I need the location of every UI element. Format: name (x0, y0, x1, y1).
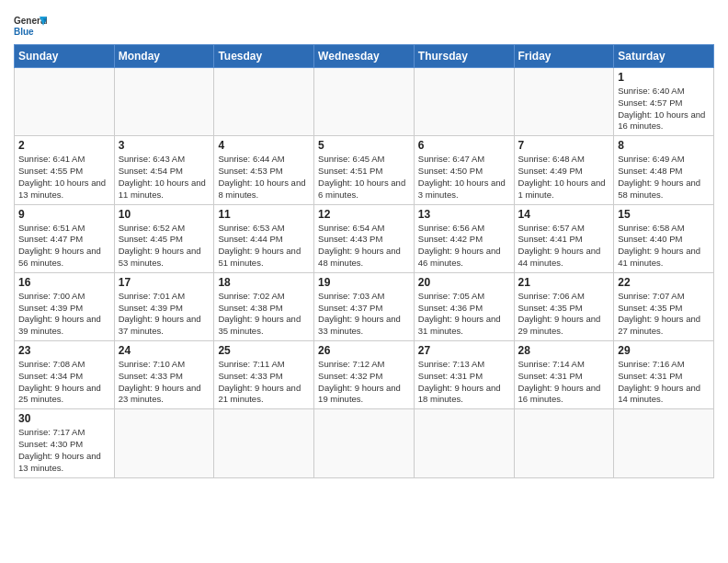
day-number: 9 (18, 208, 110, 221)
calendar-cell: 14Sunrise: 6:57 AM Sunset: 4:41 PM Dayli… (514, 204, 614, 272)
calendar-cell: 26Sunrise: 7:12 AM Sunset: 4:32 PM Dayli… (314, 341, 415, 409)
day-info: Sunrise: 6:53 AM Sunset: 4:44 PM Dayligh… (218, 223, 310, 270)
generalblue-logo-icon: General Blue (14, 13, 47, 39)
calendar-cell: 28Sunrise: 7:14 AM Sunset: 4:31 PM Dayli… (514, 341, 614, 409)
calendar-week-row: 30Sunrise: 7:17 AM Sunset: 4:30 PM Dayli… (15, 409, 714, 477)
calendar-cell: 6Sunrise: 6:47 AM Sunset: 4:50 PM Daylig… (414, 136, 514, 204)
day-info: Sunrise: 7:00 AM Sunset: 4:39 PM Dayligh… (18, 291, 110, 338)
calendar-cell: 16Sunrise: 7:00 AM Sunset: 4:39 PM Dayli… (15, 272, 115, 340)
day-number: 24 (119, 344, 210, 357)
calendar-cell (314, 68, 415, 136)
calendar-cell: 19Sunrise: 7:03 AM Sunset: 4:37 PM Dayli… (314, 272, 415, 340)
day-number: 2 (18, 139, 110, 152)
day-number: 27 (418, 344, 510, 357)
calendar-week-row: 2Sunrise: 6:41 AM Sunset: 4:55 PM Daylig… (15, 136, 714, 204)
calendar-cell: 24Sunrise: 7:10 AM Sunset: 4:33 PM Dayli… (114, 341, 214, 409)
day-info: Sunrise: 7:17 AM Sunset: 4:30 PM Dayligh… (18, 427, 110, 474)
weekday-header-row: SundayMondayTuesdayWednesdayThursdayFrid… (15, 45, 714, 68)
day-number: 15 (618, 208, 710, 221)
day-info: Sunrise: 7:01 AM Sunset: 4:39 PM Dayligh… (119, 291, 210, 338)
calendar-week-row: 23Sunrise: 7:08 AM Sunset: 4:34 PM Dayli… (15, 341, 714, 409)
calendar-cell: 12Sunrise: 6:54 AM Sunset: 4:43 PM Dayli… (314, 204, 415, 272)
calendar-cell: 10Sunrise: 6:52 AM Sunset: 4:45 PM Dayli… (114, 204, 214, 272)
calendar-week-row: 9Sunrise: 6:51 AM Sunset: 4:47 PM Daylig… (15, 204, 714, 272)
calendar-cell: 8Sunrise: 6:49 AM Sunset: 4:48 PM Daylig… (614, 136, 714, 204)
day-number: 20 (418, 276, 510, 289)
day-info: Sunrise: 7:02 AM Sunset: 4:38 PM Dayligh… (218, 291, 310, 338)
day-info: Sunrise: 6:48 AM Sunset: 4:49 PM Dayligh… (518, 154, 610, 201)
day-info: Sunrise: 7:05 AM Sunset: 4:36 PM Dayligh… (418, 291, 510, 338)
day-number: 28 (518, 344, 610, 357)
calendar-cell: 7Sunrise: 6:48 AM Sunset: 4:49 PM Daylig… (514, 136, 614, 204)
weekday-header-saturday: Saturday (614, 45, 714, 68)
day-number: 23 (18, 344, 110, 357)
calendar-cell: 22Sunrise: 7:07 AM Sunset: 4:35 PM Dayli… (614, 272, 714, 340)
day-number: 21 (518, 276, 610, 289)
day-info: Sunrise: 6:58 AM Sunset: 4:40 PM Dayligh… (618, 223, 710, 270)
logo: General Blue (14, 13, 47, 39)
calendar-cell (114, 409, 214, 477)
calendar-cell: 18Sunrise: 7:02 AM Sunset: 4:38 PM Dayli… (214, 272, 314, 340)
day-info: Sunrise: 6:51 AM Sunset: 4:47 PM Dayligh… (18, 223, 110, 270)
day-number: 10 (119, 208, 210, 221)
day-info: Sunrise: 7:08 AM Sunset: 4:34 PM Dayligh… (18, 359, 110, 406)
day-info: Sunrise: 6:49 AM Sunset: 4:48 PM Dayligh… (618, 154, 710, 201)
header: General Blue (14, 9, 714, 39)
day-number: 4 (218, 139, 310, 152)
calendar-cell (414, 68, 514, 136)
calendar-cell: 3Sunrise: 6:43 AM Sunset: 4:54 PM Daylig… (114, 136, 214, 204)
day-info: Sunrise: 6:57 AM Sunset: 4:41 PM Dayligh… (518, 223, 610, 270)
calendar-week-row: 1Sunrise: 6:40 AM Sunset: 4:57 PM Daylig… (15, 68, 714, 136)
calendar-cell: 9Sunrise: 6:51 AM Sunset: 4:47 PM Daylig… (15, 204, 115, 272)
svg-text:Blue: Blue (14, 27, 34, 37)
calendar-cell (314, 409, 415, 477)
calendar-cell: 4Sunrise: 6:44 AM Sunset: 4:53 PM Daylig… (214, 136, 314, 204)
day-number: 30 (18, 412, 110, 425)
day-number: 8 (618, 139, 710, 152)
day-info: Sunrise: 7:11 AM Sunset: 4:33 PM Dayligh… (218, 359, 310, 406)
calendar-week-row: 16Sunrise: 7:00 AM Sunset: 4:39 PM Dayli… (15, 272, 714, 340)
day-number: 29 (618, 344, 710, 357)
calendar-cell: 5Sunrise: 6:45 AM Sunset: 4:51 PM Daylig… (314, 136, 415, 204)
day-number: 13 (418, 208, 510, 221)
day-number: 18 (218, 276, 310, 289)
calendar-cell: 27Sunrise: 7:13 AM Sunset: 4:31 PM Dayli… (414, 341, 514, 409)
day-info: Sunrise: 7:10 AM Sunset: 4:33 PM Dayligh… (119, 359, 210, 406)
day-info: Sunrise: 6:44 AM Sunset: 4:53 PM Dayligh… (218, 154, 310, 201)
calendar-cell: 21Sunrise: 7:06 AM Sunset: 4:35 PM Dayli… (514, 272, 614, 340)
weekday-header-wednesday: Wednesday (314, 45, 415, 68)
calendar-cell: 29Sunrise: 7:16 AM Sunset: 4:31 PM Dayli… (614, 341, 714, 409)
day-number: 6 (418, 139, 510, 152)
calendar-cell: 25Sunrise: 7:11 AM Sunset: 4:33 PM Dayli… (214, 341, 314, 409)
calendar-cell (15, 68, 115, 136)
day-info: Sunrise: 7:06 AM Sunset: 4:35 PM Dayligh… (518, 291, 610, 338)
day-info: Sunrise: 7:07 AM Sunset: 4:35 PM Dayligh… (618, 291, 710, 338)
day-number: 11 (218, 208, 310, 221)
calendar-cell (214, 68, 314, 136)
day-info: Sunrise: 6:43 AM Sunset: 4:54 PM Dayligh… (119, 154, 210, 201)
day-info: Sunrise: 7:12 AM Sunset: 4:32 PM Dayligh… (318, 359, 410, 406)
day-number: 16 (18, 276, 110, 289)
day-number: 26 (318, 344, 410, 357)
calendar-cell: 13Sunrise: 6:56 AM Sunset: 4:42 PM Dayli… (414, 204, 514, 272)
calendar-cell: 11Sunrise: 6:53 AM Sunset: 4:44 PM Dayli… (214, 204, 314, 272)
day-info: Sunrise: 7:14 AM Sunset: 4:31 PM Dayligh… (518, 359, 610, 406)
day-number: 17 (119, 276, 210, 289)
calendar-cell: 23Sunrise: 7:08 AM Sunset: 4:34 PM Dayli… (15, 341, 115, 409)
day-info: Sunrise: 6:52 AM Sunset: 4:45 PM Dayligh… (119, 223, 210, 270)
weekday-header-tuesday: Tuesday (214, 45, 314, 68)
calendar-cell (614, 409, 714, 477)
calendar-cell: 1Sunrise: 6:40 AM Sunset: 4:57 PM Daylig… (614, 68, 714, 136)
day-info: Sunrise: 6:40 AM Sunset: 4:57 PM Dayligh… (618, 86, 710, 132)
weekday-header-friday: Friday (514, 45, 614, 68)
day-info: Sunrise: 7:03 AM Sunset: 4:37 PM Dayligh… (318, 291, 410, 338)
calendar-cell: 17Sunrise: 7:01 AM Sunset: 4:39 PM Dayli… (114, 272, 214, 340)
day-number: 22 (618, 276, 710, 289)
day-number: 5 (318, 139, 410, 152)
day-info: Sunrise: 7:16 AM Sunset: 4:31 PM Dayligh… (618, 359, 710, 406)
calendar-cell: 15Sunrise: 6:58 AM Sunset: 4:40 PM Dayli… (614, 204, 714, 272)
day-info: Sunrise: 7:13 AM Sunset: 4:31 PM Dayligh… (418, 359, 510, 406)
calendar-cell: 20Sunrise: 7:05 AM Sunset: 4:36 PM Dayli… (414, 272, 514, 340)
day-number: 19 (318, 276, 410, 289)
day-number: 7 (518, 139, 610, 152)
